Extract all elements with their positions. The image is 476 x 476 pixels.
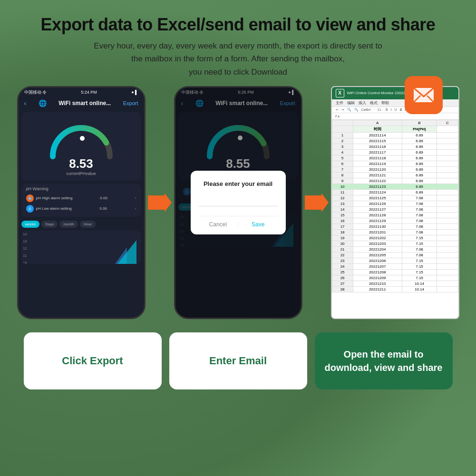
cell-date[interactable]: 20221116 [353, 144, 402, 149]
tab-weeks-1[interactable]: weeks [21, 221, 40, 228]
cell-date[interactable]: 20221126 [353, 201, 402, 206]
cell-ph[interactable]: 6.89 [402, 155, 437, 161]
tab-hour-1[interactable]: Hour [80, 221, 96, 228]
cell-date[interactable]: 20221122 [353, 178, 402, 184]
tab-month-1[interactable]: month [59, 221, 78, 228]
cell-date[interactable]: 20221115 [353, 138, 402, 144]
cell-date[interactable]: 20221129 [353, 218, 402, 223]
cell-ph[interactable]: 6.89 [402, 178, 437, 184]
cell-ph[interactable]: 6.89 [402, 172, 437, 178]
row-number: 23 [332, 258, 353, 263]
phone1-chart-labels: 14 13 12 11 10 [23, 233, 27, 264]
cell-ph[interactable]: 7.08 [402, 218, 437, 223]
chart-label-14: 14 [23, 233, 27, 236]
cell-date[interactable]: 20221120 [353, 166, 402, 172]
phone1-warning-section: pH Warning 💧 pH High alarm setting 0.00 … [21, 184, 141, 217]
row-number: 15 [332, 212, 353, 218]
cell-date[interactable]: 20221117 [353, 149, 402, 155]
cell-date[interactable]: 20221210 [353, 281, 402, 286]
cell-ph[interactable]: 7.08 [402, 252, 437, 258]
cell-date[interactable]: 20221208 [353, 269, 402, 275]
cell-date[interactable]: 20221204 [353, 246, 402, 252]
row-number: 10 [332, 184, 353, 189]
cell-date[interactable]: 20221130 [353, 223, 402, 229]
cell-date[interactable]: 20221209 [353, 275, 402, 281]
cell-date[interactable]: 20221211 [353, 286, 402, 292]
header-section: Export data to Excel/send email to view … [19, 14, 457, 78]
cell-ph[interactable]: 7.15 [402, 263, 437, 269]
cell-ph[interactable]: 7.08 [402, 195, 437, 201]
menu-help[interactable]: 帮助 [381, 100, 389, 106]
zoom-icon2[interactable]: 🔍 [354, 108, 359, 112]
phone1-export-button[interactable]: Export [123, 100, 138, 106]
underline-button[interactable]: U [395, 108, 397, 111]
cell-ph[interactable]: 7.08 [402, 246, 437, 252]
cell-date[interactable]: 20221119 [353, 161, 402, 166]
cell-date[interactable]: 20221127 [353, 206, 402, 212]
menu-insert[interactable]: 插入 [359, 100, 366, 106]
cell-ph[interactable]: 6.89 [402, 161, 437, 166]
cell-ph[interactable]: 10.14 [402, 286, 437, 292]
tab-days-1[interactable]: Days [41, 221, 58, 228]
phone1-nav: ‹ 🌐 WiFi smart online... Export [19, 97, 144, 109]
row-number: 24 [332, 263, 353, 269]
email-icon-button[interactable] [405, 76, 443, 114]
dialog-cancel-button[interactable]: Cancel [198, 221, 238, 228]
cell-date[interactable]: 20221123 [353, 184, 402, 189]
cell-ph[interactable]: 7.08 [402, 212, 437, 218]
zoom-icon[interactable]: 🔍 [347, 108, 351, 112]
cell-date[interactable]: 20221114 [353, 132, 402, 138]
cell-date[interactable]: 20221206 [353, 258, 402, 263]
cell-c [437, 263, 458, 269]
undo-icon[interactable]: ↩ [336, 108, 339, 112]
cell-date[interactable]: 20221118 [353, 155, 402, 161]
cell-c [437, 275, 458, 281]
menu-format[interactable]: 格式 [370, 100, 378, 106]
cell-ph[interactable]: 6.89 [402, 132, 437, 138]
cell-ph[interactable]: 6.89 [402, 144, 437, 149]
cell-ph[interactable]: 6.89 [402, 138, 437, 144]
cell-date[interactable]: 20221201 [353, 229, 402, 235]
cell-ph[interactable]: 6.89 [402, 166, 437, 172]
menu-file[interactable]: 文件 [336, 100, 343, 106]
bold-button[interactable]: B [386, 108, 388, 111]
menu-edit[interactable]: 编辑 [347, 100, 355, 106]
cell-ph[interactable]: 10.14 [402, 281, 437, 286]
cell-date[interactable]: 20221124 [353, 189, 402, 195]
font-separator: · [373, 108, 374, 111]
card-open-email: Open the email to download, view and sha… [315, 332, 453, 389]
italic-button[interactable]: I [391, 108, 392, 111]
font-size[interactable]: 11 · [377, 108, 383, 111]
cell-ph[interactable]: 7.15 [402, 269, 437, 275]
cell-ph[interactable]: 7.08 [402, 229, 437, 235]
cell-date[interactable]: 20221121 [353, 172, 402, 178]
redo-icon[interactable]: ↪ [341, 108, 344, 112]
dialog-email-input[interactable] [198, 197, 278, 206]
phone1-chart: 14 13 12 11 10 [21, 231, 141, 264]
cell-ph[interactable]: 7.08 [402, 206, 437, 212]
strikethrough-button[interactable]: S̶ [400, 108, 402, 112]
cell-date[interactable]: 20221207 [353, 263, 402, 269]
table-row: 8202211216.89 [332, 172, 458, 178]
excel-x-icon: X [336, 89, 344, 97]
cell-ph[interactable]: 7.08 [402, 223, 437, 229]
cell-ph[interactable]: 7.15 [402, 258, 437, 263]
cell-ph[interactable]: 7.08 [402, 201, 437, 206]
col-a-header-label: 时间 [353, 126, 402, 132]
cell-date[interactable]: 20221125 [353, 195, 402, 201]
cell-date[interactable]: 20221203 [353, 241, 402, 246]
cell-ph[interactable]: 7.15 [402, 235, 437, 241]
table-row: 16202211297.08 [332, 218, 458, 223]
cell-ph[interactable]: 7.15 [402, 275, 437, 281]
cell-ph[interactable]: 7.15 [402, 241, 437, 246]
cell-date[interactable]: 20221205 [353, 252, 402, 258]
table-row: 15202211287.08 [332, 212, 458, 218]
font-select[interactable]: Calibri [361, 108, 371, 111]
arrow-1-icon [148, 193, 172, 212]
cell-date[interactable]: 20221128 [353, 212, 402, 218]
cell-date[interactable]: 20221202 [353, 235, 402, 241]
cell-ph[interactable]: 6.89 [402, 149, 437, 155]
cell-ph[interactable]: 6.89 [402, 189, 437, 195]
dialog-save-button[interactable]: Save [238, 221, 278, 228]
cell-ph[interactable]: 6.89 [402, 184, 437, 189]
